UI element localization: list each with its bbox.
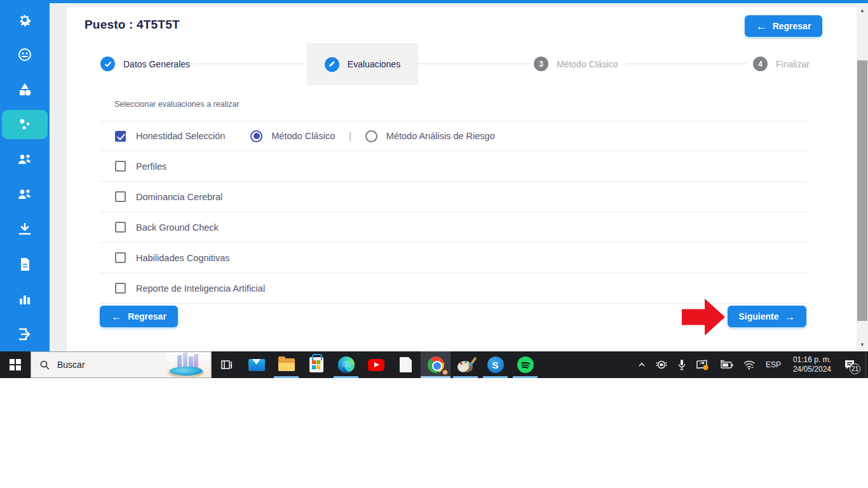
scrollbar-thumb[interactable] (857, 60, 867, 321)
radio-metodo-analisis-riesgo[interactable] (365, 130, 377, 142)
step-done-circle (100, 57, 115, 71)
wifi-icon (743, 360, 756, 370)
file-explorer-icon (278, 358, 295, 371)
tray-battery[interactable] (714, 351, 738, 378)
checkbox-honestidad-checked[interactable] (115, 131, 126, 142)
paint-icon (458, 357, 474, 372)
youtube-icon (368, 359, 384, 371)
regresar-top-label: Regresar (773, 21, 811, 31)
back-arrow-icon: ← (756, 21, 767, 32)
evaluation-row-background-check: Back Ground Check (100, 212, 807, 243)
step-number-circle: 4 (753, 57, 768, 71)
users-icon (17, 186, 33, 203)
section-label: Seleccionar evaluaciones a realizar (114, 100, 240, 109)
spotify-icon (517, 356, 534, 373)
tray-meet-now[interactable] (651, 351, 672, 378)
edge-icon (338, 356, 355, 373)
microphone-icon (677, 359, 687, 370)
microsoft-store-button[interactable] (301, 351, 331, 378)
method-options: Método Clásico | Método Análisis de Ries… (250, 130, 494, 142)
download-icon (17, 222, 32, 237)
document-icon (17, 257, 32, 272)
regresar-bottom-label: Regresar (128, 311, 166, 322)
spotify-button[interactable] (510, 351, 540, 378)
sidebar-item-users-2[interactable] (2, 180, 48, 209)
tray-microphone[interactable] (672, 351, 691, 378)
notification-center-button[interactable]: 21 (837, 351, 865, 378)
show-desktop-button[interactable] (865, 351, 868, 378)
checkbox-habilidades[interactable] (115, 252, 126, 263)
regresar-top-button[interactable]: ← Regresar (745, 15, 822, 37)
evaluation-row-reporte-ia: Reporte de Inteligencia Artificial (100, 273, 807, 304)
scroll-down-icon[interactable]: ▼ (857, 339, 868, 350)
tray-chevron-up[interactable] (633, 351, 651, 378)
step-datos-generales[interactable]: Datos Generales (100, 57, 190, 71)
evaluation-label: Back Ground Check (136, 222, 219, 233)
windows-taskbar: Buscar S (0, 351, 868, 378)
step-finalizar[interactable]: 4 Finalizar (753, 57, 810, 71)
notepad-icon (400, 357, 412, 372)
meet-now-camera-icon (655, 358, 668, 371)
wizard-stepper: Datos Generales Evaluaciones 3 Método Cl… (67, 37, 857, 98)
start-button[interactable] (0, 351, 31, 378)
checkbox-background-check[interactable] (115, 222, 126, 233)
check-icon (104, 60, 112, 68)
edge-browser-button[interactable] (331, 351, 361, 378)
task-view-button[interactable] (212, 351, 241, 378)
taskbar-search-box[interactable]: Buscar (31, 351, 212, 378)
scatter-icon (17, 116, 33, 133)
checkbox-dominancia[interactable] (115, 191, 126, 202)
chrome-profile-avatar (441, 369, 449, 377)
app-window: Puesto : 4T5T5T ← Regresar Datos General… (0, 3, 868, 351)
radio-metodo-clasico-selected[interactable] (250, 130, 262, 142)
evaluation-label: Perfiles (136, 161, 166, 172)
tray-cast-display[interactable] (691, 351, 714, 378)
sidebar-item-users-1[interactable] (2, 145, 48, 174)
evaluation-label: Honestidad Selección (136, 131, 225, 141)
mail-app-button[interactable] (241, 351, 271, 378)
step-metodo-clasico[interactable]: 3 Método Clásico (534, 57, 618, 71)
sidebar-item-shapes[interactable] (2, 75, 48, 104)
siguiente-button[interactable]: Siguiente → (728, 306, 806, 327)
step-connector (626, 64, 747, 64)
notepad-button[interactable] (391, 351, 421, 378)
shapes-icon (17, 81, 33, 98)
sidebar-item-reports[interactable] (2, 285, 48, 314)
face-icon (17, 47, 32, 62)
file-explorer-button[interactable] (271, 351, 301, 378)
search-highlight-image[interactable] (166, 353, 210, 377)
evaluation-row-honestidad: Honestidad Selección Método Clásico | Mé… (100, 121, 807, 151)
sidebar-item-download[interactable] (2, 215, 48, 244)
vertical-scrollbar[interactable]: ▲ ▼ (857, 3, 868, 351)
siguiente-label: Siguiente (738, 311, 778, 322)
sidebar (0, 3, 50, 351)
sidebar-item-face[interactable] (2, 40, 48, 69)
radio-label: Método Análisis de Riesgo (386, 131, 495, 141)
clock[interactable]: 01:16 p. m. 24/05/2024 (787, 355, 837, 374)
radio-label: Método Clásico (271, 131, 335, 141)
skype-button[interactable]: S (480, 351, 510, 378)
sidebar-item-logout[interactable] (2, 320, 48, 349)
sidebar-item-document[interactable] (2, 250, 48, 279)
step-evaluaciones[interactable]: Evaluaciones (307, 43, 418, 85)
windows-logo-icon (10, 359, 21, 370)
microsoft-store-icon (309, 357, 323, 372)
scroll-up-icon[interactable]: ▲ (857, 4, 868, 16)
checkbox-reporte-ia[interactable] (115, 283, 126, 294)
main-card: Puesto : 4T5T5T ← Regresar Datos General… (67, 6, 857, 351)
checkbox-perfiles[interactable] (115, 161, 126, 172)
tray-wifi[interactable] (738, 351, 760, 378)
sidebar-item-evaluations-active[interactable] (2, 110, 48, 139)
task-view-icon (220, 358, 234, 372)
chevron-up-icon (637, 360, 646, 369)
step-active-circle (325, 57, 339, 72)
pool-illustration (170, 367, 203, 376)
paint-button[interactable] (451, 351, 480, 378)
chrome-browser-button[interactable] (421, 351, 451, 378)
language-indicator[interactable]: ESP (760, 360, 787, 369)
youtube-button[interactable] (361, 351, 391, 378)
step-number-circle: 3 (534, 57, 548, 71)
sidebar-item-settings[interactable] (2, 5, 48, 34)
regresar-bottom-button[interactable]: ← Regresar (100, 306, 178, 327)
step-label: Evaluaciones (348, 59, 400, 69)
